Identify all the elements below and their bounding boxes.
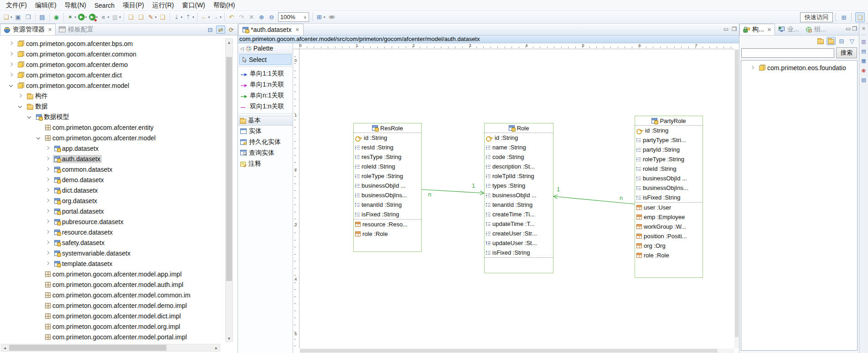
stop-button[interactable]: ■▾ — [99, 12, 110, 22]
tab-auth-datasetx[interactable]: *auth.datasetx ✕ — [238, 24, 304, 35]
tree-item[interactable]: 数据模型 — [0, 112, 238, 122]
minimized-view-table-icon[interactable]: ▦ — [860, 57, 867, 64]
expander-icon[interactable] — [8, 51, 15, 57]
save-all-button[interactable]: ❒ — [24, 12, 33, 22]
zoom-in-button[interactable]: ⊕ — [257, 12, 266, 22]
expander-icon[interactable] — [45, 145, 51, 152]
expander-icon[interactable] — [45, 250, 51, 256]
palette-item-单向1:1关联[interactable]: 单向1:1关联 — [238, 68, 293, 79]
format-brush-button[interactable]: ✎▾ — [146, 12, 157, 22]
expander-icon[interactable] — [45, 166, 51, 173]
tree-item[interactable]: com.primeton.gocom.afcenter.common — [0, 49, 238, 59]
find-button[interactable]: ◎◎ — [326, 12, 336, 22]
library-tab-业...[interactable]: 业... — [775, 24, 802, 35]
quick-access-button[interactable]: 快速访问 — [800, 12, 833, 22]
open-type-button[interactable]: ❑ — [136, 12, 145, 22]
open-perspective-button[interactable]: ⊞ — [839, 12, 848, 22]
close-icon[interactable]: ✕ — [767, 27, 771, 33]
minimized-view-problems-icon[interactable]: ◉ — [860, 67, 867, 73]
refresh-button[interactable]: ⟳ — [227, 26, 236, 34]
multiplicity-label[interactable]: n — [620, 195, 623, 201]
expander-icon[interactable] — [8, 72, 15, 78]
explorer-vertical-scrollbar[interactable]: ▴ ▾ — [225, 38, 233, 342]
run-history-button[interactable]: ▶▾ — [88, 12, 98, 22]
link-folder-editor-button[interactable] — [827, 37, 836, 45]
save-button[interactable]: ▣ — [14, 12, 23, 22]
minimized-view-props-icon[interactable]: ▧ — [860, 77, 867, 83]
dropdown-arrow-icon[interactable]: ▾ — [324, 15, 326, 19]
explorer-tab-资源管理器[interactable]: 资源管理器✕ — [0, 24, 56, 35]
palette-item-查询实体[interactable]: 查询实体 — [238, 148, 293, 159]
expander-icon[interactable] — [45, 156, 51, 162]
expander-icon[interactable] — [749, 65, 756, 71]
menu-item-运行(R)[interactable]: 运行(R) — [148, 0, 178, 10]
expander-icon[interactable] — [26, 114, 33, 120]
debug-button[interactable]: ✶▾ — [66, 12, 77, 22]
tree-item[interactable]: com.primeton.gocom.afcenter.model.auth.i… — [0, 279, 238, 290]
profile-button[interactable]: ▥▾ — [111, 12, 122, 22]
next-annotation-button[interactable]: ⇣▾ — [172, 12, 183, 22]
menu-item-帮助(H)[interactable]: 帮助(H) — [209, 0, 239, 10]
undo-button[interactable]: ↶ — [227, 12, 236, 22]
expander-icon[interactable] — [45, 261, 51, 267]
dropdown-arrow-icon[interactable]: ▾ — [108, 15, 109, 19]
dropdown-arrow-icon[interactable]: ▾ — [85, 15, 87, 19]
scrollbar-thumb[interactable] — [735, 50, 739, 337]
palette-item-实体[interactable]: 实体 — [238, 126, 293, 137]
minimized-view-outline-icon[interactable]: ▥ — [860, 38, 867, 45]
dropdown-arrow-icon[interactable]: ▾ — [96, 15, 98, 19]
tree-item[interactable]: demo.datasetx — [0, 174, 238, 185]
new-wizard-button[interactable]: ❏▾ — [2, 12, 13, 22]
palette-header[interactable]: ◁ Palette — [238, 43, 293, 54]
tree-item[interactable]: com.primeton.gocom.afcenter.model.demo.i… — [0, 300, 238, 311]
layout-button[interactable]: ⊞▾ — [315, 12, 326, 22]
tree-item[interactable]: 数据 — [0, 101, 238, 112]
close-icon[interactable]: ✕ — [48, 27, 52, 33]
back-button[interactable]: ←▾ — [200, 12, 211, 22]
prev-annotation-button[interactable]: ⇡▾ — [184, 12, 195, 22]
tree-item[interactable]: com.primeton.gocom.afcenter.model.common… — [0, 290, 238, 300]
canvas-vertical-scrollbar[interactable] — [734, 49, 739, 348]
collapse-all-button[interactable]: ⊟ — [837, 37, 846, 45]
link-with-editor-button[interactable]: ⇄ — [216, 26, 225, 34]
tree-item[interactable]: dict.datasetx — [0, 185, 238, 195]
menu-item-导航(N)[interactable]: 导航(N) — [61, 0, 90, 10]
forward-button[interactable]: →▾ — [211, 12, 222, 22]
maximize-icon[interactable]: ❐ — [732, 26, 737, 32]
tree-item[interactable]: com.primeton.gocom.afcenter.entity — [0, 122, 238, 133]
expander-icon[interactable] — [45, 177, 51, 183]
palette-item-Select[interactable]: Select — [239, 54, 292, 65]
delete-button[interactable]: ✕ — [247, 12, 256, 22]
server-start-button[interactable]: ◉ — [52, 12, 61, 22]
palette-group-basic[interactable]: 基本 — [238, 116, 293, 126]
scroll-right-icon[interactable]: ▸ — [213, 344, 220, 351]
menu-item-Search[interactable]: Search — [90, 1, 119, 10]
run-button[interactable]: ▶▾ — [78, 12, 88, 22]
expander-icon[interactable] — [17, 103, 24, 110]
explorer-tab-模板配置[interactable]: 模板配置 — [56, 24, 97, 35]
search-folder-button[interactable]: ❑ — [158, 12, 167, 22]
menu-item-文件(F)[interactable]: 文件(F) — [2, 0, 31, 10]
tree-item[interactable]: com.primeton.gocom.afcenter.model — [0, 80, 238, 91]
library-tab-组...[interactable]: 组... — [802, 24, 830, 35]
multiplicity-label[interactable]: n — [428, 191, 431, 197]
scrollbar-thumb[interactable] — [226, 57, 232, 281]
tree-item[interactable]: com.primeton.gocom.afcenter.dict — [0, 70, 238, 80]
view-menu-button[interactable]: ▽ — [847, 37, 857, 45]
dropdown-arrow-icon[interactable]: ▾ — [119, 15, 121, 19]
tree-item[interactable]: com.primeton.gocom.afcenter.model.app.im… — [0, 269, 238, 279]
tree-item[interactable]: com.primeton.gocom.afcenter.model.portal… — [0, 332, 238, 342]
tree-item[interactable]: systemvariable.datasetx — [0, 248, 238, 258]
tree-item[interactable]: app.datasetx — [0, 143, 238, 153]
scroll-down-icon[interactable]: ▾ — [226, 335, 232, 342]
multiplicity-label[interactable]: 1 — [557, 186, 560, 192]
close-icon[interactable]: ✕ — [295, 27, 300, 33]
zoom-level-select[interactable]: 100%∨ — [278, 12, 309, 22]
menu-item-编辑(E)[interactable]: 编辑(E) — [31, 0, 61, 10]
multiplicity-label[interactable]: 1 — [472, 183, 475, 189]
dropdown-arrow-icon[interactable]: ▾ — [10, 15, 12, 19]
scrollbar-thumb[interactable] — [300, 349, 718, 353]
expander-icon[interactable] — [45, 208, 51, 215]
resource-perspective-button[interactable]: ❑ — [855, 12, 865, 22]
expander-icon[interactable] — [45, 229, 51, 235]
